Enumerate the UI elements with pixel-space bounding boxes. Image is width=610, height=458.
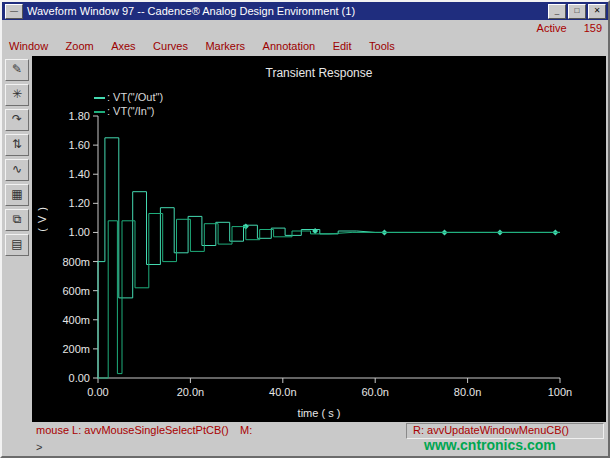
menu-item-window[interactable]: Window bbox=[9, 37, 48, 56]
svg-text:1.20: 1.20 bbox=[69, 197, 90, 209]
minimize-icon: _ bbox=[555, 6, 559, 15]
starburst-icon: ✳ bbox=[12, 87, 22, 101]
grid-table-icon: ▦ bbox=[11, 187, 22, 201]
svg-text:80.0n: 80.0n bbox=[454, 386, 482, 398]
svg-text:1.40: 1.40 bbox=[69, 168, 90, 180]
menu-item-annotation[interactable]: Annotation bbox=[263, 37, 316, 56]
grid-tool-button[interactable]: ▦ bbox=[5, 184, 29, 206]
svg-text:1.00: 1.00 bbox=[69, 226, 90, 238]
legend-item-out[interactable]: : VT("/Out") bbox=[94, 90, 163, 104]
plot-area[interactable]: 0.00200m400m600m800m1.001.201.401.601.80… bbox=[32, 56, 606, 422]
stacked-windows-icon: ⧉ bbox=[13, 212, 22, 226]
svg-text:200m: 200m bbox=[62, 343, 90, 355]
menu-item-edit[interactable]: Edit bbox=[333, 37, 352, 56]
mouse-left-binding: mouse L: avvMouseSingleSelectPtCB() bbox=[36, 424, 229, 436]
chart-box-tool-button[interactable]: ▤ bbox=[5, 234, 29, 256]
curved-arrow-tool-button[interactable]: ↷ bbox=[5, 109, 29, 131]
menu-item-zoom[interactable]: Zoom bbox=[66, 37, 94, 56]
axes-arrows-icon: ⇅ bbox=[12, 137, 22, 151]
svg-text:0.00: 0.00 bbox=[69, 372, 90, 384]
plot-title: Transient Response bbox=[32, 66, 606, 80]
curved-arrow-icon: ↷ bbox=[12, 112, 22, 126]
x-axis-label: time ( s ) bbox=[32, 407, 606, 419]
active-label: Active bbox=[537, 22, 567, 34]
minimize-button[interactable]: _ bbox=[548, 4, 566, 19]
window-menu-button[interactable]: — bbox=[5, 4, 23, 19]
waveform-icon: ∿ bbox=[12, 162, 22, 176]
watermark: www.cntronics.com bbox=[424, 437, 556, 453]
menubar: Window Zoom Axes Curves Markers Annotati… bbox=[2, 36, 608, 55]
maximize-button[interactable]: □ bbox=[568, 4, 586, 19]
svg-text:0.00: 0.00 bbox=[87, 386, 108, 398]
close-icon: ✕ bbox=[594, 6, 601, 15]
svg-text:1.80: 1.80 bbox=[69, 110, 90, 122]
titlebar[interactable]: — Waveform Window 97 -- Cadence® Analog … bbox=[2, 2, 608, 20]
prompt: > bbox=[36, 441, 42, 453]
menu-item-markers[interactable]: Markers bbox=[205, 37, 245, 56]
svg-text:20.0n: 20.0n bbox=[177, 386, 205, 398]
menu-item-curves[interactable]: Curves bbox=[153, 37, 188, 56]
waveform-tool-button[interactable]: ∿ bbox=[5, 159, 29, 181]
y-axis-label: ( V ) bbox=[36, 206, 48, 232]
svg-text:800m: 800m bbox=[62, 256, 90, 268]
mouse-right-binding: R: avvUpdateWindowMenuCB() bbox=[413, 424, 569, 436]
legend-item-in[interactable]: : VT("/In") bbox=[94, 104, 163, 118]
toolbar: ✎ ✳ ↷ ⇅ ∿ ▦ ⧉ ▤ bbox=[2, 56, 32, 418]
menu-item-axes[interactable]: Axes bbox=[111, 37, 135, 56]
legend-label-in: : VT("/In") bbox=[107, 105, 155, 117]
chart-box-icon: ▤ bbox=[11, 237, 22, 251]
legend: : VT("/Out") : VT("/In") bbox=[94, 90, 163, 118]
legend-label-out: : VT("/Out") bbox=[107, 91, 163, 103]
maximize-icon: □ bbox=[575, 6, 580, 15]
waveform-window: — Waveform Window 97 -- Cadence® Analog … bbox=[0, 0, 610, 458]
axes-tool-button[interactable]: ⇅ bbox=[5, 134, 29, 156]
window-controls: _ □ ✕ bbox=[548, 4, 606, 19]
active-status: Active 159 bbox=[2, 20, 602, 36]
out-trace-swatch-icon bbox=[94, 97, 105, 99]
window-title: Waveform Window 97 -- Cadence® Analog De… bbox=[27, 2, 355, 20]
svg-text:100n: 100n bbox=[548, 386, 572, 398]
pencil-icon: ✎ bbox=[12, 62, 22, 76]
windows-tool-button[interactable]: ⧉ bbox=[5, 209, 29, 231]
in-trace-swatch-icon bbox=[94, 111, 105, 113]
svg-text:600m: 600m bbox=[62, 285, 90, 297]
starburst-tool-button[interactable]: ✳ bbox=[5, 84, 29, 106]
menu-item-tools[interactable]: Tools bbox=[369, 37, 395, 56]
svg-text:60.0n: 60.0n bbox=[361, 386, 389, 398]
svg-text:400m: 400m bbox=[62, 314, 90, 326]
svg-text:40.0n: 40.0n bbox=[269, 386, 297, 398]
mouse-middle-binding: M: bbox=[240, 424, 252, 436]
active-count: 159 bbox=[584, 22, 602, 34]
close-button[interactable]: ✕ bbox=[588, 4, 606, 19]
pencil-tool-button[interactable]: ✎ bbox=[5, 59, 29, 81]
svg-text:1.60: 1.60 bbox=[69, 139, 90, 151]
window-menu-icon: — bbox=[10, 6, 18, 15]
